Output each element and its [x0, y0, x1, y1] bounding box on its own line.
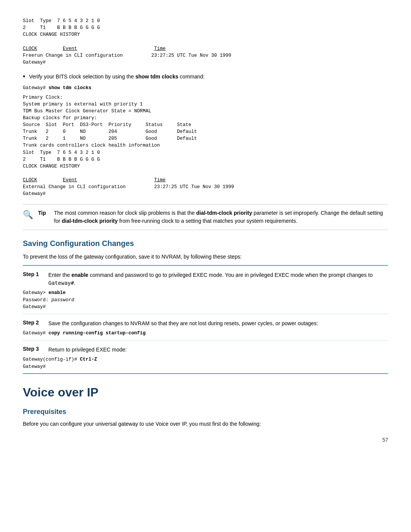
- step-2-code: Gateway# copy running-config startup-con…: [23, 330, 388, 337]
- prerequisites-heading: Prerequisites: [23, 408, 388, 416]
- step-3-header: Step 3 Return to privileged EXEC mode:: [23, 346, 388, 354]
- step-3-code: Gateway(config-if)# Ctrl-Z Gateway#: [23, 356, 388, 371]
- voice-over-ip-heading: Voice over IP: [23, 385, 388, 401]
- tip-content: The most common reason for clock slip pr…: [54, 209, 388, 225]
- page-content: Slot Type 7 6 5 4 3 2 1 0 2 T1 B B B B G…: [0, 0, 411, 454]
- tip-label: Tip: [38, 210, 49, 216]
- show-cmd: Gateway# show tdm clocks: [23, 85, 388, 91]
- page-number: 57: [382, 437, 388, 443]
- tip-icon: 🔍: [23, 210, 33, 220]
- step-2: Step 2 Save the configuration changes to…: [23, 314, 388, 340]
- tip-box: 🔍 Tip The most common reason for clock s…: [23, 204, 388, 230]
- saving-config-heading: Saving Configuration Changes: [23, 239, 388, 248]
- bullet-text: Verify your BITS clock selection by usin…: [29, 73, 204, 81]
- step-3-label: Step 3: [23, 346, 44, 352]
- step-1-header: Step 1 Enter the enable command and pass…: [23, 271, 388, 287]
- step-3: Step 3 Return to privileged EXEC mode: G…: [23, 340, 388, 374]
- step-2-text: Save the configuration changes to NVRAM …: [48, 320, 318, 328]
- bullet-dot: •: [23, 73, 25, 81]
- code-block-1: Slot Type 7 6 5 4 3 2 1 0 2 T1 B B B B G…: [23, 18, 388, 66]
- saving-intro: To prevent the loss of the gateway confi…: [23, 252, 388, 261]
- step-1: Step 1 Enter the enable command and pass…: [23, 266, 388, 314]
- prerequisites-text: Before you can configure your universal …: [23, 420, 388, 428]
- code-text-2: Primary Clock: System primary is externa…: [23, 94, 388, 198]
- step-1-text: Enter the enable command and password to…: [48, 271, 388, 287]
- step-1-code: Gateway> enable Password: password Gatew…: [23, 289, 388, 311]
- code-text-1: Slot Type 7 6 5 4 3 2 1 0 2 T1 B B B B G…: [23, 18, 388, 66]
- step-2-header: Step 2 Save the configuration changes to…: [23, 320, 388, 328]
- step-2-label: Step 2: [23, 320, 44, 326]
- step-1-label: Step 1: [23, 271, 44, 277]
- step-3-text: Return to privileged EXEC mode:: [48, 346, 127, 354]
- bullet-item: • Verify your BITS clock selection by us…: [23, 73, 388, 81]
- code-block-2: Primary Clock: System primary is externa…: [23, 94, 388, 198]
- steps-container: Step 1 Enter the enable command and pass…: [23, 265, 388, 374]
